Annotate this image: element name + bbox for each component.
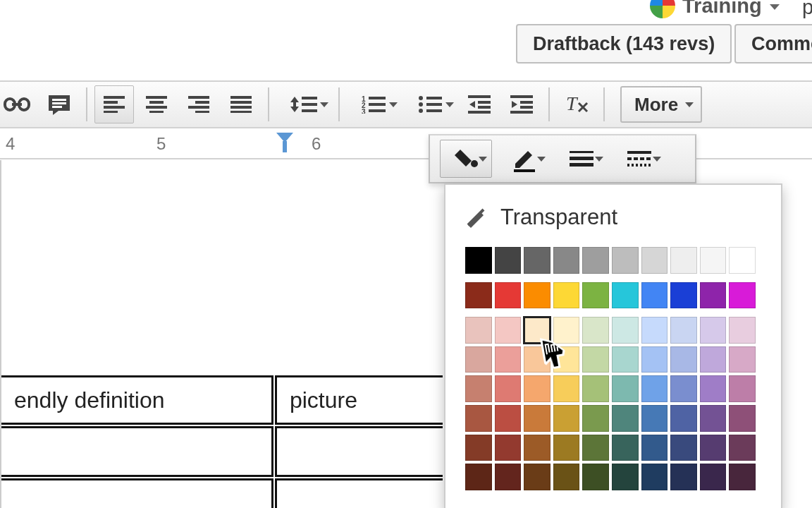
color-swatch[interactable] [582,464,609,490]
color-swatch[interactable] [700,346,727,373]
color-swatch[interactable] [465,346,492,373]
avatar[interactable] [650,0,675,18]
fill-color-button[interactable] [440,140,492,178]
color-swatch[interactable] [729,346,756,373]
color-swatch[interactable] [553,282,580,309]
color-swatch[interactable] [641,317,668,344]
table-cell[interactable]: picture [275,375,443,425]
color-swatch[interactable] [641,282,668,309]
table-cell[interactable] [275,426,443,477]
color-swatch[interactable] [612,464,639,490]
color-swatch[interactable] [495,405,522,432]
color-swatch[interactable] [641,405,668,432]
color-swatch[interactable] [670,405,697,432]
color-swatch[interactable] [465,247,492,274]
color-swatch[interactable] [582,375,609,402]
comments-button[interactable]: Comme [734,24,812,64]
clear-formatting-button[interactable]: T [557,85,596,123]
color-swatch[interactable] [524,282,550,309]
align-left-button[interactable] [94,85,134,123]
bulleted-list-button[interactable] [403,85,457,123]
color-swatch[interactable] [582,282,609,309]
color-swatch[interactable] [553,405,580,432]
color-swatch[interactable] [700,405,727,432]
color-swatch[interactable] [495,247,522,274]
color-swatch[interactable] [465,464,492,490]
color-swatch[interactable] [700,464,727,490]
table-cell[interactable] [1,478,273,508]
document-table[interactable]: endly definition picture [0,374,444,508]
color-swatch[interactable] [729,464,756,490]
color-swatch[interactable] [495,464,522,490]
color-swatch[interactable] [729,405,756,432]
color-swatch[interactable] [553,464,580,490]
color-swatch[interactable] [612,375,639,402]
color-swatch[interactable] [641,464,668,490]
color-swatch[interactable] [670,282,697,309]
draftback-button[interactable]: Draftback (143 revs) [516,24,732,64]
border-width-button[interactable] [555,140,608,178]
color-swatch[interactable] [700,375,727,402]
color-swatch[interactable] [612,282,639,309]
color-swatch[interactable] [729,247,756,274]
color-swatch[interactable] [700,435,727,461]
color-swatch[interactable] [612,247,639,274]
align-right-button[interactable] [179,85,219,123]
color-swatch[interactable] [524,464,550,490]
color-swatch[interactable] [641,346,668,373]
color-swatch[interactable] [612,317,639,344]
color-swatch[interactable] [670,346,697,373]
color-swatch[interactable] [495,375,522,402]
color-swatch[interactable] [729,282,756,309]
color-swatch[interactable] [524,435,550,461]
border-style-button[interactable] [613,140,665,178]
color-swatch[interactable] [524,375,550,402]
color-swatch[interactable] [582,317,609,344]
numbered-list-button[interactable]: 123 [347,85,400,123]
align-center-button[interactable] [137,85,176,123]
account-dropdown-icon[interactable] [770,4,780,10]
color-swatch[interactable] [553,317,580,344]
color-swatch[interactable] [729,317,756,344]
comment-icon[interactable] [39,85,79,123]
color-swatch[interactable] [553,247,580,274]
color-swatch[interactable] [553,375,580,402]
table-cell[interactable] [1,426,273,477]
table-cell[interactable] [275,478,443,508]
color-swatch[interactable] [670,317,697,344]
color-swatch[interactable] [670,247,697,274]
color-swatch[interactable] [582,247,609,274]
line-spacing-button[interactable] [276,85,331,123]
color-swatch[interactable] [495,317,522,344]
color-swatch[interactable] [729,435,756,461]
color-swatch[interactable] [582,405,609,432]
color-swatch[interactable] [553,346,580,373]
color-swatch[interactable] [465,405,492,432]
color-swatch[interactable] [524,317,550,344]
color-swatch[interactable] [524,346,550,373]
color-swatch[interactable] [612,346,639,373]
color-swatch[interactable] [670,435,697,461]
color-swatch[interactable] [700,247,727,274]
color-swatch[interactable] [670,464,697,490]
indent-marker-icon[interactable] [276,133,293,143]
color-swatch[interactable] [729,375,756,402]
color-swatch[interactable] [582,435,609,461]
transparent-option[interactable]: Transparent [465,198,761,237]
account-name[interactable]: Training [682,0,762,18]
color-swatch[interactable] [524,405,550,432]
color-swatch[interactable] [524,247,550,274]
color-swatch[interactable] [465,317,492,344]
color-swatch[interactable] [553,435,580,461]
color-swatch[interactable] [641,247,668,274]
color-swatch[interactable] [700,317,727,344]
color-swatch[interactable] [612,435,639,461]
color-swatch[interactable] [612,405,639,432]
color-swatch[interactable] [465,375,492,402]
color-swatch[interactable] [495,435,522,461]
color-swatch[interactable] [670,375,697,402]
border-color-button[interactable] [498,140,550,178]
color-swatch[interactable] [495,346,522,373]
link-icon[interactable] [0,85,37,123]
color-swatch[interactable] [465,435,492,461]
